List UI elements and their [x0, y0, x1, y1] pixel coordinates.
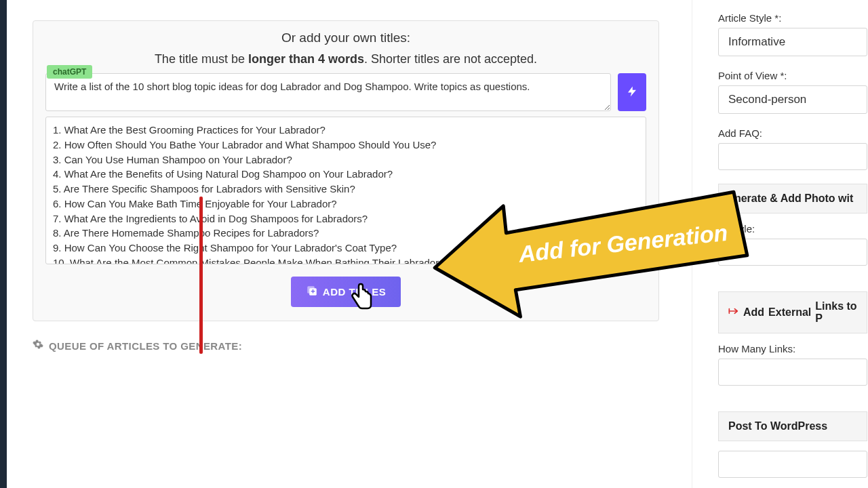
lightning-icon — [626, 84, 638, 101]
left-dark-strip — [0, 0, 7, 488]
pov-select[interactable]: Second-person — [718, 85, 867, 114]
prompt-textarea[interactable] — [45, 73, 611, 111]
how-many-links-label: How Many Links: — [718, 343, 868, 354]
gear-icon — [33, 339, 43, 352]
add-titles-button[interactable]: ADD TITLES — [291, 277, 401, 307]
own-titles-panel: Or add your own titles: The title must b… — [33, 20, 659, 321]
ext-links-suffix: Links to P — [815, 300, 857, 325]
main-content: Or add your own titles: The title must b… — [33, 20, 659, 352]
rule-suffix: . Shorter titles are not accepted. — [364, 52, 537, 66]
queue-label: QUEUE OF ARTICLES TO GENERATE: — [49, 340, 242, 352]
external-links-panel-header[interactable]: Add External Links to P — [718, 291, 867, 333]
add-faq-input[interactable] — [718, 143, 867, 170]
ext-links-bold: External — [768, 306, 811, 319]
add-to-queue-icon — [306, 285, 318, 299]
rule-bold: longer than 4 words — [248, 52, 364, 66]
titles-output-textarea[interactable] — [45, 117, 646, 264]
photo-style-label: to Style: — [718, 223, 868, 235]
add-titles-label: ADD TITLES — [323, 286, 386, 298]
article-style-select[interactable]: Informative — [718, 28, 867, 56]
photo-style-input[interactable] — [718, 239, 867, 266]
external-link-arrow-icon — [728, 306, 739, 319]
title-length-rule: The title must be longer than 4 words. S… — [45, 52, 646, 66]
post-to-wordpress-panel-header[interactable]: Post To WordPress — [718, 411, 867, 441]
post-to-wordpress-input[interactable] — [718, 451, 867, 478]
rule-prefix: The title must be — [155, 52, 248, 66]
own-titles-heading: Or add your own titles: — [45, 30, 646, 45]
pov-label: Point of View *: — [718, 70, 868, 81]
settings-sidebar: Article Style *: Informative Point of Vi… — [692, 0, 868, 488]
generate-titles-button[interactable] — [618, 73, 646, 111]
how-many-links-input[interactable] — [718, 359, 867, 386]
generate-photo-header-text: enerate & Add Photo wit — [728, 192, 853, 205]
ext-links-prefix: Add — [743, 306, 764, 319]
generate-photo-panel-header[interactable]: enerate & Add Photo wit — [718, 184, 867, 214]
add-faq-label: Add FAQ: — [718, 127, 868, 139]
queue-header: QUEUE OF ARTICLES TO GENERATE: — [33, 339, 659, 352]
prompt-row: chatGPT — [45, 73, 646, 111]
chatgpt-badge: chatGPT — [47, 65, 92, 79]
article-style-label: Article Style *: — [718, 12, 868, 24]
